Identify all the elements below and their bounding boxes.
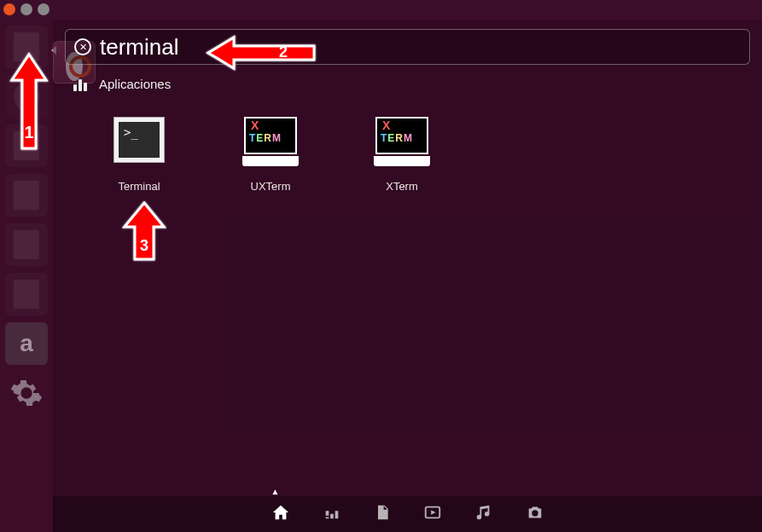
gear-icon xyxy=(9,376,44,410)
result-label: UXTerm xyxy=(251,180,291,193)
launcher-amazon-icon[interactable]: a xyxy=(5,322,48,365)
lens-applications-icon[interactable] xyxy=(323,503,341,525)
dash-search-input[interactable] xyxy=(100,34,741,61)
category-label: Aplicaciones xyxy=(99,77,171,91)
lens-video-icon[interactable] xyxy=(423,503,442,525)
result-label: Terminal xyxy=(118,180,160,193)
category-header: Aplicaciones xyxy=(73,77,750,91)
launcher-impress-icon[interactable] xyxy=(5,223,48,266)
launcher-software-icon[interactable] xyxy=(5,273,48,315)
lens-caret-icon: ▲ xyxy=(271,487,280,496)
launcher-settings-icon[interactable] xyxy=(5,372,48,414)
lens-home-icon[interactable] xyxy=(271,503,290,525)
annotation-arrow-1: 1 xyxy=(2,48,56,159)
amazon-glyph: a xyxy=(20,330,33,357)
svg-text:2: 2 xyxy=(279,43,288,61)
lens-music-icon[interactable] xyxy=(474,503,493,525)
window-maximize-button[interactable] xyxy=(38,3,49,15)
clear-search-button[interactable]: ✕ xyxy=(74,38,91,55)
lens-files-icon[interactable] xyxy=(374,503,391,525)
lens-bar xyxy=(53,496,762,532)
svg-text:3: 3 xyxy=(140,237,148,254)
result-terminal[interactable]: >_ Terminal xyxy=(108,117,171,193)
window-close-button[interactable] xyxy=(3,3,15,15)
dash-search-bar: ✕ xyxy=(65,29,750,65)
uxterm-icon: X TERM xyxy=(244,117,297,154)
result-label: XTerm xyxy=(386,180,418,193)
annotation-arrow-3: 3 xyxy=(114,198,174,266)
result-uxterm[interactable]: X TERM UXTerm xyxy=(239,117,302,193)
results-grid: >_ Terminal X TERM UXTerm X TERM xyxy=(108,117,750,193)
unity-dash: ✕ Aplicaciones >_ Terminal X TERM xyxy=(53,20,762,532)
annotation-arrow-2: 2 xyxy=(201,32,321,73)
launcher-calc-icon[interactable] xyxy=(5,174,48,217)
result-xterm[interactable]: X TERM XTerm xyxy=(370,117,433,193)
window-minimize-button[interactable] xyxy=(20,3,32,15)
window-controls xyxy=(3,3,49,15)
applications-category-icon xyxy=(73,78,89,91)
terminal-icon: >_ xyxy=(113,117,165,163)
svg-text:1: 1 xyxy=(24,123,33,142)
lens-photos-icon[interactable] xyxy=(526,503,544,525)
xterm-icon: X TERM xyxy=(375,117,428,154)
